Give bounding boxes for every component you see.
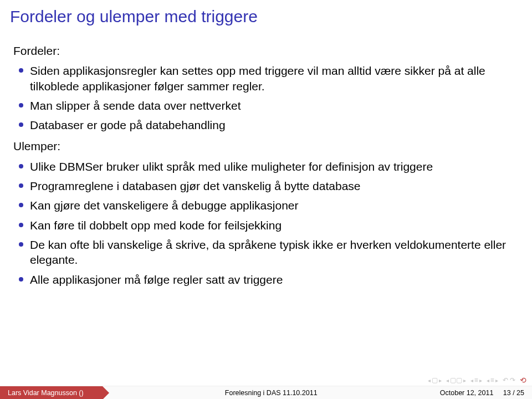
footer-page: 13 / 25 [503,389,524,397]
ulemper-list: Ulike DBMSer bruker ulikt språk med ulik… [13,157,519,290]
list-item: Kan gjøre det vanskeligere å debugge app… [30,196,519,216]
fordeler-label: Fordeler: [13,43,519,58]
nav-back-forward-icon[interactable]: ↶ ↷ [503,376,515,384]
list-item: Ulike DBMSer bruker ulikt språk med ulik… [30,157,519,177]
nav-frame-icon[interactable]: ◂▢▢▸ [446,376,466,384]
footer-author: Lars Vidar Magnusson () [0,386,103,399]
nav-slide-icon[interactable]: ◂▢▸ [428,376,442,384]
list-item: Programreglene i databasen gjør det vans… [30,177,519,196]
slide-footer: Lars Vidar Magnusson () Forelesning i DA… [0,386,532,399]
list-item: Siden applikasjonsregler kan settes opp … [30,62,519,96]
slide-title: Fordeler og ulemper med triggere [0,0,532,30]
ulemper-label: Ulemper: [13,139,519,154]
nav-section-icon[interactable]: ◂≡▸ [470,376,482,384]
list-item: De kan ofte bli vanskelige å skrive, da … [30,236,519,270]
slide-content: Fordeler: Siden applikasjonsregler kan s… [0,30,532,290]
nav-reload-icon[interactable]: ⟲ [520,376,526,385]
list-item: Databaser er gode på databehandling [30,116,519,135]
list-item: Man slipper å sende data over nettverket [30,96,519,116]
list-item: Alle applikasjoner må følge regler satt … [30,270,519,290]
nav-subsection-icon[interactable]: ◂≡▸ [487,376,498,384]
footer-date: October 12, 2011 [440,389,494,397]
footer-lecture: Forelesning i DAS 11.10.2011 [103,389,440,397]
footer-date-page: October 12, 2011 13 / 25 [440,389,532,397]
fordeler-list: Siden applikasjonsregler kan settes opp … [13,62,519,135]
beamer-nav-symbols[interactable]: ◂▢▸ ◂▢▢▸ ◂≡▸ ◂≡▸ ↶ ↷ ⟲ [428,376,526,385]
list-item: Kan føre til dobbelt opp med kode for fe… [30,216,519,236]
